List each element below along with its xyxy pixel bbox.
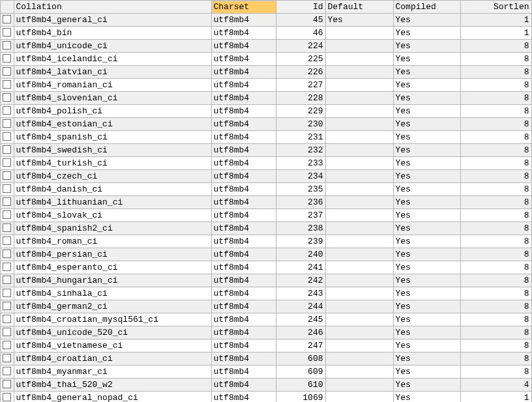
table-row[interactable]: utf8mb4_icelandic_ciutf8mb4225Yes8 [1,53,531,66]
table-row[interactable]: utf8mb4_estonian_ciutf8mb4230Yes8 [1,118,531,131]
checkbox-icon[interactable] [3,119,11,128]
row-checkbox[interactable] [1,222,14,235]
checkbox-icon[interactable] [3,28,11,36]
checkbox-icon[interactable] [3,302,11,310]
row-checkbox[interactable] [1,131,14,144]
checkbox-icon[interactable] [3,380,11,388]
table-row[interactable]: utf8mb4_turkish_ciutf8mb4233Yes8 [1,157,531,170]
table-row[interactable]: utf8mb4_lithuanian_ciutf8mb4236Yes8 [1,196,531,209]
checkbox-icon[interactable] [3,354,11,362]
row-checkbox[interactable] [1,144,14,157]
row-checkbox[interactable] [1,339,14,352]
row-checkbox[interactable] [1,157,14,170]
row-checkbox[interactable] [1,27,14,40]
checkbox-icon[interactable] [3,341,11,349]
column-header-charset[interactable]: Charset [211,1,276,14]
table-row[interactable]: utf8mb4_spanish_ciutf8mb4231Yes8 [1,131,531,144]
table-row[interactable]: utf8mb4_spanish2_ciutf8mb4238Yes8 [1,222,531,235]
table-row[interactable]: utf8mb4_slovenian_ciutf8mb4228Yes8 [1,92,531,105]
row-checkbox[interactable] [1,366,14,379]
row-checkbox[interactable] [1,105,14,118]
column-header-default[interactable]: Default [325,1,393,14]
checkbox-icon[interactable] [3,223,11,232]
cell-compiled: Yes [393,105,460,118]
row-checkbox[interactable] [1,379,14,392]
checkbox-icon[interactable] [3,315,11,323]
checkbox-icon[interactable] [3,93,11,102]
cell-charset: utf8mb4 [211,131,276,144]
row-checkbox[interactable] [1,118,14,131]
checkbox-icon[interactable] [3,132,11,141]
table-row[interactable]: utf8mb4_czech_ciutf8mb4234Yes8 [1,170,531,183]
row-checkbox[interactable] [1,392,14,403]
row-checkbox[interactable] [1,287,14,300]
row-checkbox[interactable] [1,53,14,66]
column-header-sortlen[interactable]: Sortlen [460,1,531,14]
checkbox-icon[interactable] [3,41,11,50]
checkbox-icon[interactable] [3,145,11,154]
row-checkbox[interactable] [1,170,14,183]
row-checkbox[interactable] [1,40,14,53]
checkbox-icon[interactable] [3,328,11,336]
table-row[interactable]: utf8mb4_binutf8mb446Yes1 [1,27,531,40]
column-header-compiled[interactable]: Compiled [393,1,460,14]
checkbox-icon[interactable] [3,67,11,76]
row-checkbox[interactable] [1,248,14,261]
cell-sortlen: 8 [460,209,531,222]
checkbox-icon[interactable] [3,210,11,219]
checkbox-icon[interactable] [3,54,11,63]
table-row[interactable]: utf8mb4_latvian_ciutf8mb4226Yes8 [1,66,531,79]
row-checkbox[interactable] [1,209,14,222]
row-checkbox[interactable] [1,196,14,209]
table-row[interactable]: utf8mb4_unicode_520_ciutf8mb4246Yes8 [1,326,531,339]
checkbox-icon[interactable] [3,15,11,23]
checkbox-icon[interactable] [3,158,11,167]
checkbox-icon[interactable] [3,367,11,375]
column-header-checkbox[interactable] [1,1,14,14]
table-row[interactable]: utf8mb4_german2_ciutf8mb4244Yes8 [1,300,531,313]
table-row[interactable]: utf8mb4_unicode_ciutf8mb4224Yes8 [1,40,531,53]
checkbox-icon[interactable] [3,80,11,89]
row-checkbox[interactable] [1,274,14,287]
table-row[interactable]: utf8mb4_myanmar_ciutf8mb4609Yes8 [1,366,531,379]
row-checkbox[interactable] [1,300,14,313]
table-row[interactable]: utf8mb4_thai_520_w2utf8mb4610Yes4 [1,379,531,392]
checkbox-icon[interactable] [3,184,11,193]
table-row[interactable]: utf8mb4_danish_ciutf8mb4235Yes8 [1,183,531,196]
row-checkbox[interactable] [1,313,14,326]
table-row[interactable]: utf8mb4_vietnamese_ciutf8mb4247Yes8 [1,339,531,352]
table-row[interactable]: utf8mb4_polish_ciutf8mb4229Yes8 [1,105,531,118]
table-row[interactable]: utf8mb4_general_nopad_ciutf8mb41069Yes1 [1,392,531,403]
row-checkbox[interactable] [1,352,14,366]
checkbox-icon[interactable] [3,289,11,297]
table-row[interactable]: utf8mb4_persian_ciutf8mb4240Yes8 [1,248,531,261]
table-row[interactable]: utf8mb4_hungarian_ciutf8mb4242Yes8 [1,274,531,287]
checkbox-icon[interactable] [3,250,11,258]
table-row[interactable]: utf8mb4_croatian_ciutf8mb4608Yes8 [1,352,531,366]
table-row[interactable]: utf8mb4_slovak_ciutf8mb4237Yes8 [1,209,531,222]
row-checkbox[interactable] [1,14,14,27]
table-row[interactable]: utf8mb4_croatian_mysql561_ciutf8mb4245Ye… [1,313,531,326]
checkbox-icon[interactable] [3,106,11,115]
table-row[interactable]: utf8mb4_general_ciutf8mb445YesYes1 [1,14,531,27]
table-row[interactable]: utf8mb4_romanian_ciutf8mb4227Yes8 [1,79,531,92]
checkbox-icon[interactable] [3,237,11,245]
table-row[interactable]: utf8mb4_sinhala_ciutf8mb4243Yes8 [1,287,531,300]
table-row[interactable]: utf8mb4_swedish_ciutf8mb4232Yes8 [1,144,531,157]
row-checkbox[interactable] [1,92,14,105]
checkbox-icon[interactable] [3,263,11,271]
row-checkbox[interactable] [1,235,14,248]
checkbox-icon[interactable] [3,393,11,401]
row-checkbox[interactable] [1,183,14,196]
row-checkbox[interactable] [1,66,14,79]
row-checkbox[interactable] [1,261,14,274]
checkbox-icon[interactable] [3,197,11,206]
column-header-collation[interactable]: Collation [14,1,211,14]
table-row[interactable]: utf8mb4_roman_ciutf8mb4239Yes8 [1,235,531,248]
table-row[interactable]: utf8mb4_esperanto_ciutf8mb4241Yes8 [1,261,531,274]
checkbox-icon[interactable] [3,276,11,284]
checkbox-icon[interactable] [3,171,11,180]
row-checkbox[interactable] [1,326,14,339]
row-checkbox[interactable] [1,79,14,92]
column-header-id[interactable]: Id [276,1,325,14]
